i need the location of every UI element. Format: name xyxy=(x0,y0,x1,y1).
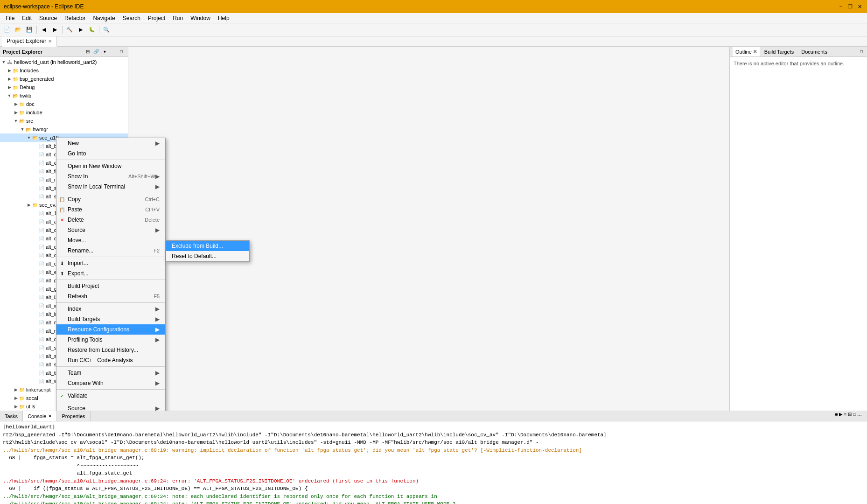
menu-project[interactable]: Project xyxy=(144,14,169,22)
ctx-go-into[interactable]: Go Into xyxy=(56,148,165,159)
close-button[interactable]: ✕ xyxy=(856,3,863,10)
tab-outline-label: Outline xyxy=(735,49,752,55)
menu-edit[interactable]: Edit xyxy=(18,14,35,22)
ctx-team[interactable]: Team ▶ xyxy=(56,368,165,378)
tree-alt-nanc-icon: 📄 xyxy=(38,328,45,334)
ctx-show-in[interactable]: Show In Alt+Shift+W ▶ xyxy=(56,171,165,182)
ctx-new-arrow: ▶ xyxy=(155,140,160,147)
ctx-delete[interactable]: ✕ Delete Delete xyxy=(56,215,165,225)
minimize-button[interactable]: − xyxy=(837,3,845,10)
right-panel-maximize[interactable]: □ xyxy=(859,49,864,55)
ctx-validate[interactable]: ✓ Validate xyxy=(56,391,165,401)
menu-navigate[interactable]: Navigate xyxy=(89,14,119,22)
bottom-tab-properties[interactable]: Properties xyxy=(57,411,90,421)
tab-build-targets[interactable]: Build Targets xyxy=(762,47,797,56)
ctx-export[interactable]: ⬆ Export... xyxy=(56,268,165,279)
tree-root-label: helloworld_uart (in helloworld_uart2) xyxy=(14,59,97,65)
ctx-move-label: Move... xyxy=(68,237,160,244)
tab-outline[interactable]: Outline ✕ xyxy=(733,47,760,56)
menu-refactor[interactable]: Refactor xyxy=(61,14,89,22)
bottom-tab-console[interactable]: Console ✕ xyxy=(23,411,57,421)
console-line-note1: ../hwlib/src/hwmgr/soc_a10/alt_bridge_ma… xyxy=(3,493,864,501)
ctx-new[interactable]: New ▶ xyxy=(56,138,165,148)
toolbar-build[interactable]: 🔨 xyxy=(64,25,75,35)
ctx-validate-label: Validate xyxy=(68,392,160,399)
ctx-source[interactable]: Source ▶ xyxy=(56,225,165,235)
ctx-refresh[interactable]: Refresh F5 xyxy=(56,291,165,301)
ctx-profiling-tools[interactable]: Profiling Tools ▶ xyxy=(56,335,165,345)
view-menu-icon[interactable]: ▾ xyxy=(101,48,108,56)
tab-documents[interactable]: Documents xyxy=(798,47,830,56)
right-panel-content: There is no active editor that provides … xyxy=(730,57,867,70)
maximize-panel-icon[interactable]: □ xyxy=(118,48,125,56)
toolbar-new[interactable]: 📄 xyxy=(2,25,12,35)
ctx-open-new-window[interactable]: Open in New Window xyxy=(56,161,165,171)
menu-file[interactable]: File xyxy=(2,14,18,22)
right-panel-minimize[interactable]: — xyxy=(849,49,857,55)
tree-includes[interactable]: ▶ 📁 Includes xyxy=(0,66,128,75)
minimize-panel-icon[interactable]: — xyxy=(109,48,117,56)
bottom-tab-tasks[interactable]: Tasks xyxy=(0,411,23,421)
console-content[interactable]: [helloworld_uart] rt2/bsp_generated -I"D… xyxy=(0,421,867,504)
toolbar-run[interactable]: ▶ xyxy=(76,25,86,35)
tab-project-explorer[interactable]: Project Explorer ✕ xyxy=(2,36,57,47)
menu-search[interactable]: Search xyxy=(119,14,144,22)
toolbar-forward[interactable]: ▶ xyxy=(50,25,60,35)
ctx-profiling-tools-arrow: ▶ xyxy=(155,336,160,343)
tree-src[interactable]: ▼ 📂 src xyxy=(0,117,128,125)
toolbar-debug[interactable]: 🐛 xyxy=(87,25,97,35)
tab-outline-close[interactable]: ✕ xyxy=(753,49,757,54)
ctx-build-project-label: Build Project xyxy=(68,283,160,289)
toolbar-open[interactable]: 📂 xyxy=(13,25,23,35)
ctx-build-targets[interactable]: Build Targets ▶ xyxy=(56,314,165,324)
tree-soc-cv-arrow: ▶ xyxy=(26,203,32,207)
ctx-move[interactable]: Move... xyxy=(56,235,165,245)
toolbar-search[interactable]: 🔍 xyxy=(101,25,112,35)
bottom-tab-console-label: Console xyxy=(28,413,46,419)
ctx-resource-configurations[interactable]: Resource Configurations ▶ xyxy=(56,324,165,335)
ctx-index[interactable]: Index ▶ xyxy=(56,304,165,314)
toolbar-back[interactable]: ◀ xyxy=(39,25,49,35)
tab-project-explorer-label: Project Explorer xyxy=(7,38,46,44)
restore-button[interactable]: ❐ xyxy=(846,3,854,10)
tree-alt-inter1-icon: 📄 xyxy=(38,302,45,309)
ctx-source2[interactable]: Source ▶ xyxy=(56,403,165,411)
ctx-show-local-terminal[interactable]: Show in Local Terminal ▶ xyxy=(56,182,165,192)
ctx-build-project[interactable]: Build Project xyxy=(56,281,165,291)
tree-doc-label: doc xyxy=(26,101,35,107)
console-line-4: ^~~~~~~~~~~~~~~~~~~~ xyxy=(3,462,864,470)
tree-doc[interactable]: ▶ 📁 doc xyxy=(0,100,128,108)
ctx-restore-local-history[interactable]: Restore from Local History... xyxy=(56,345,165,355)
ctx-import[interactable]: ⬇ Import... xyxy=(56,258,165,268)
ctx-paste[interactable]: 📋 Paste Ctrl+V xyxy=(56,204,165,215)
console-controls[interactable]: ■ ▶ ≡ ⊟ □ … xyxy=(833,411,863,421)
toolbar-save[interactable]: 💾 xyxy=(24,25,35,35)
ctx-source-label: Source xyxy=(68,227,155,233)
tree-include[interactable]: ▶ 📁 include xyxy=(0,108,128,117)
menu-run[interactable]: Run xyxy=(169,14,187,22)
console-line-2: rt2\hwlib\include\soc_cv_av\socal" -I"D:… xyxy=(3,439,864,447)
tree-alt-glob-icon: 📄 xyxy=(38,286,45,292)
tree-bsp[interactable]: ▶ 📁 bsp_generated xyxy=(0,75,128,83)
bottom-tab-console-close[interactable]: ✕ xyxy=(48,413,52,419)
tree-includes-arrow: ▶ xyxy=(7,68,12,73)
menu-source[interactable]: Source xyxy=(35,14,61,22)
tree-root[interactable]: ▼ 🖧 helloworld_uart (in helloworld_uart2… xyxy=(0,58,128,66)
link-editor-icon[interactable]: 🔗 xyxy=(92,48,100,56)
ctx-copy[interactable]: 📋 Copy Ctrl+C xyxy=(56,194,165,204)
submenu-reset-to-default[interactable]: Reset to Default... xyxy=(166,251,249,261)
ctx-paste-shortcut: Ctrl+V xyxy=(145,207,160,212)
tree-hwmgr[interactable]: ▼ 📂 hwmgr xyxy=(0,125,128,133)
tab-project-explorer-close[interactable]: ✕ xyxy=(48,39,52,44)
tree-hwlib[interactable]: ▼ 📂 hwlib xyxy=(0,91,128,100)
submenu-exclude-from-build[interactable]: Exclude from Build... xyxy=(166,241,249,251)
collapse-all-icon[interactable]: ⊟ xyxy=(84,48,91,56)
ctx-sep6 xyxy=(56,366,165,367)
menu-window[interactable]: Window xyxy=(187,14,214,22)
menu-help[interactable]: Help xyxy=(214,14,233,22)
tree-alt-dma2-icon: 📄 xyxy=(38,252,45,259)
ctx-rename[interactable]: Rename... F2 xyxy=(56,245,165,256)
ctx-run-code-analysis[interactable]: Run C/C++ Code Analysis xyxy=(56,355,165,365)
ctx-compare-with[interactable]: Compare With ▶ xyxy=(56,378,165,388)
tree-debug[interactable]: ▶ 📁 Debug xyxy=(0,83,128,91)
